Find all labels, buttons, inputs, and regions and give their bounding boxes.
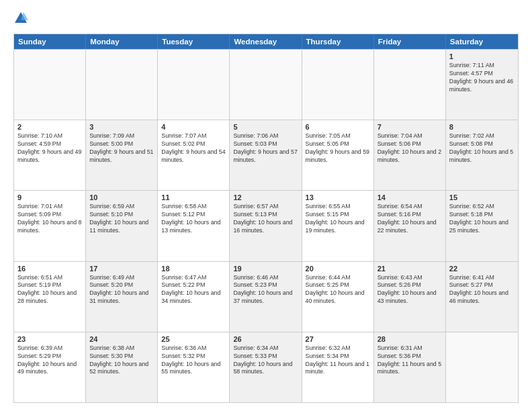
header-cell-sunday: Sunday bbox=[14, 34, 86, 49]
cal-cell-r1c4: 6Sunrise: 7:05 AM Sunset: 5:05 PM Daylig… bbox=[302, 120, 374, 190]
day-number: 8 bbox=[449, 123, 515, 131]
day-number: 6 bbox=[306, 123, 370, 131]
day-number: 5 bbox=[233, 123, 298, 131]
day-info: Sunrise: 7:05 AM Sunset: 5:05 PM Dayligh… bbox=[306, 132, 370, 165]
day-number: 21 bbox=[378, 265, 442, 273]
header-cell-tuesday: Tuesday bbox=[158, 34, 230, 49]
day-number: 18 bbox=[161, 265, 226, 273]
day-number: 20 bbox=[306, 265, 370, 273]
cal-cell-r3c6: 22Sunrise: 6:41 AM Sunset: 5:27 PM Dayli… bbox=[446, 262, 518, 332]
day-info: Sunrise: 7:04 AM Sunset: 5:06 PM Dayligh… bbox=[378, 132, 442, 165]
day-number: 2 bbox=[17, 123, 82, 131]
cal-cell-r0c6: 1Sunrise: 7:11 AM Sunset: 4:57 PM Daylig… bbox=[446, 50, 518, 120]
day-info: Sunrise: 6:31 AM Sunset: 5:36 PM Dayligh… bbox=[378, 345, 442, 377]
day-number: 1 bbox=[449, 52, 515, 60]
header-cell-friday: Friday bbox=[374, 34, 446, 49]
header-cell-thursday: Thursday bbox=[302, 34, 374, 49]
cal-cell-r3c3: 19Sunrise: 6:46 AM Sunset: 5:23 PM Dayli… bbox=[230, 262, 302, 332]
day-info: Sunrise: 6:57 AM Sunset: 5:13 PM Dayligh… bbox=[233, 203, 298, 235]
day-number: 27 bbox=[306, 335, 370, 343]
cal-cell-r3c0: 16Sunrise: 6:51 AM Sunset: 5:19 PM Dayli… bbox=[14, 262, 86, 332]
cal-cell-r0c2 bbox=[158, 50, 230, 120]
day-number: 24 bbox=[89, 335, 154, 343]
cal-row-3: 16Sunrise: 6:51 AM Sunset: 5:19 PM Dayli… bbox=[14, 261, 518, 332]
calendar-body: 1Sunrise: 7:11 AM Sunset: 4:57 PM Daylig… bbox=[14, 49, 518, 402]
cal-cell-r2c4: 13Sunrise: 6:55 AM Sunset: 5:15 PM Dayli… bbox=[302, 191, 374, 261]
header-cell-monday: Monday bbox=[86, 34, 158, 49]
cal-cell-r0c3 bbox=[230, 50, 302, 120]
day-info: Sunrise: 6:59 AM Sunset: 5:10 PM Dayligh… bbox=[89, 203, 154, 235]
day-info: Sunrise: 7:10 AM Sunset: 4:59 PM Dayligh… bbox=[17, 132, 82, 165]
day-number: 10 bbox=[89, 193, 154, 201]
cal-cell-r3c2: 18Sunrise: 6:47 AM Sunset: 5:22 PM Dayli… bbox=[158, 262, 230, 332]
day-number: 25 bbox=[161, 335, 226, 343]
day-info: Sunrise: 6:49 AM Sunset: 5:20 PM Dayligh… bbox=[89, 274, 154, 306]
cal-cell-r2c2: 11Sunrise: 6:58 AM Sunset: 5:12 PM Dayli… bbox=[158, 191, 230, 261]
header-cell-wednesday: Wednesday bbox=[230, 34, 302, 49]
cal-cell-r2c1: 10Sunrise: 6:59 AM Sunset: 5:10 PM Dayli… bbox=[86, 191, 158, 261]
cal-cell-r2c3: 12Sunrise: 6:57 AM Sunset: 5:13 PM Dayli… bbox=[230, 191, 302, 261]
cal-cell-r2c5: 14Sunrise: 6:54 AM Sunset: 5:16 PM Dayli… bbox=[374, 191, 446, 261]
day-info: Sunrise: 6:36 AM Sunset: 5:32 PM Dayligh… bbox=[161, 345, 226, 377]
day-number: 15 bbox=[449, 193, 515, 201]
logo bbox=[13, 12, 30, 27]
day-info: Sunrise: 6:32 AM Sunset: 5:34 PM Dayligh… bbox=[306, 345, 370, 377]
day-info: Sunrise: 6:54 AM Sunset: 5:16 PM Dayligh… bbox=[378, 203, 442, 235]
day-number: 9 bbox=[17, 193, 82, 201]
day-info: Sunrise: 6:43 AM Sunset: 5:26 PM Dayligh… bbox=[378, 274, 442, 306]
cal-cell-r0c5 bbox=[374, 50, 446, 120]
day-info: Sunrise: 7:02 AM Sunset: 5:08 PM Dayligh… bbox=[449, 132, 515, 165]
cal-cell-r1c0: 2Sunrise: 7:10 AM Sunset: 4:59 PM Daylig… bbox=[14, 120, 86, 190]
day-info: Sunrise: 7:11 AM Sunset: 4:57 PM Dayligh… bbox=[449, 62, 515, 94]
day-info: Sunrise: 6:51 AM Sunset: 5:19 PM Dayligh… bbox=[17, 274, 82, 306]
cal-cell-r4c0: 23Sunrise: 6:39 AM Sunset: 5:29 PM Dayli… bbox=[14, 332, 86, 402]
day-info: Sunrise: 6:52 AM Sunset: 5:18 PM Dayligh… bbox=[449, 203, 515, 235]
cal-row-4: 23Sunrise: 6:39 AM Sunset: 5:29 PM Dayli… bbox=[14, 332, 518, 402]
cal-cell-r2c6: 15Sunrise: 6:52 AM Sunset: 5:18 PM Dayli… bbox=[446, 191, 518, 261]
cal-cell-r1c2: 4Sunrise: 7:07 AM Sunset: 5:02 PM Daylig… bbox=[158, 120, 230, 190]
cal-cell-r0c1 bbox=[86, 50, 158, 120]
day-info: Sunrise: 6:34 AM Sunset: 5:33 PM Dayligh… bbox=[233, 345, 298, 377]
day-info: Sunrise: 7:06 AM Sunset: 5:03 PM Dayligh… bbox=[233, 132, 298, 165]
logo-icon bbox=[13, 11, 28, 26]
day-number: 4 bbox=[161, 123, 226, 131]
day-number: 17 bbox=[89, 265, 154, 273]
cal-cell-r1c5: 7Sunrise: 7:04 AM Sunset: 5:06 PM Daylig… bbox=[374, 120, 446, 190]
cal-cell-r3c5: 21Sunrise: 6:43 AM Sunset: 5:26 PM Dayli… bbox=[374, 262, 446, 332]
day-info: Sunrise: 6:47 AM Sunset: 5:22 PM Dayligh… bbox=[161, 274, 226, 306]
day-number: 16 bbox=[17, 265, 82, 273]
cal-cell-r4c4: 27Sunrise: 6:32 AM Sunset: 5:34 PM Dayli… bbox=[302, 332, 374, 402]
cal-cell-r1c3: 5Sunrise: 7:06 AM Sunset: 5:03 PM Daylig… bbox=[230, 120, 302, 190]
header-cell-saturday: Saturday bbox=[446, 34, 518, 49]
day-info: Sunrise: 6:55 AM Sunset: 5:15 PM Dayligh… bbox=[306, 203, 370, 235]
cal-row-2: 9Sunrise: 7:01 AM Sunset: 5:09 PM Daylig… bbox=[14, 190, 518, 261]
cal-cell-r3c1: 17Sunrise: 6:49 AM Sunset: 5:20 PM Dayli… bbox=[86, 262, 158, 332]
cal-cell-r4c5: 28Sunrise: 6:31 AM Sunset: 5:36 PM Dayli… bbox=[374, 332, 446, 402]
cal-row-0: 1Sunrise: 7:11 AM Sunset: 4:57 PM Daylig… bbox=[14, 49, 518, 120]
day-info: Sunrise: 6:38 AM Sunset: 5:30 PM Dayligh… bbox=[89, 345, 154, 377]
cal-cell-r1c6: 8Sunrise: 7:02 AM Sunset: 5:08 PM Daylig… bbox=[446, 120, 518, 190]
day-number: 19 bbox=[233, 265, 298, 273]
day-number: 3 bbox=[89, 123, 154, 131]
calendar: SundayMondayTuesdayWednesdayThursdayFrid… bbox=[13, 34, 519, 403]
cal-cell-r0c4 bbox=[302, 50, 374, 120]
day-number: 11 bbox=[161, 193, 226, 201]
day-number: 14 bbox=[378, 193, 442, 201]
cal-row-1: 2Sunrise: 7:10 AM Sunset: 4:59 PM Daylig… bbox=[14, 120, 518, 190]
cal-cell-r4c1: 24Sunrise: 6:38 AM Sunset: 5:30 PM Dayli… bbox=[86, 332, 158, 402]
cal-cell-r2c0: 9Sunrise: 7:01 AM Sunset: 5:09 PM Daylig… bbox=[14, 191, 86, 261]
day-number: 22 bbox=[449, 265, 515, 273]
calendar-header: SundayMondayTuesdayWednesdayThursdayFrid… bbox=[14, 34, 518, 49]
day-number: 12 bbox=[233, 193, 298, 201]
cal-cell-r4c6 bbox=[446, 332, 518, 402]
cal-cell-r1c1: 3Sunrise: 7:09 AM Sunset: 5:00 PM Daylig… bbox=[86, 120, 158, 190]
day-info: Sunrise: 6:39 AM Sunset: 5:29 PM Dayligh… bbox=[17, 345, 82, 377]
cal-cell-r0c0 bbox=[14, 50, 86, 120]
day-number: 7 bbox=[378, 123, 442, 131]
cal-cell-r4c2: 25Sunrise: 6:36 AM Sunset: 5:32 PM Dayli… bbox=[158, 332, 230, 402]
day-info: Sunrise: 6:41 AM Sunset: 5:27 PM Dayligh… bbox=[449, 274, 515, 306]
day-number: 26 bbox=[233, 335, 298, 343]
day-number: 13 bbox=[306, 193, 370, 201]
day-info: Sunrise: 7:09 AM Sunset: 5:00 PM Dayligh… bbox=[89, 132, 154, 165]
day-info: Sunrise: 6:46 AM Sunset: 5:23 PM Dayligh… bbox=[233, 274, 298, 306]
